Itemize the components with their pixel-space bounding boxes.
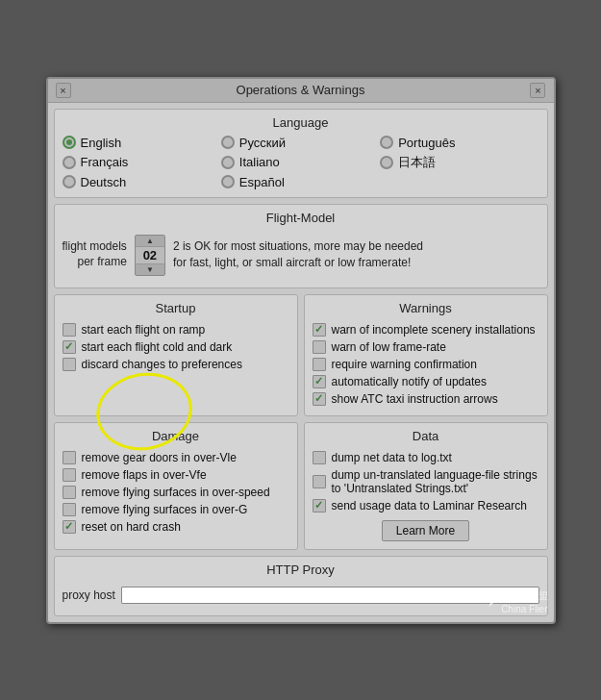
damage-item-4[interactable]: reset on hard crash (63, 518, 289, 536)
language-option-spanish[interactable]: Español (221, 175, 380, 189)
warnings-item-3[interactable]: automatically notify of updates (313, 373, 539, 390)
flight-model-spinner[interactable]: ▲ 02 ▼ (135, 235, 165, 276)
damage-checkbox-4[interactable] (63, 520, 76, 534)
damage-title: Damage (63, 429, 289, 443)
startup-title: Startup (63, 301, 289, 315)
http-proxy-section: HTTP Proxy proxy host (54, 556, 548, 616)
warnings-item-2[interactable]: require warning confirmation (313, 356, 539, 373)
warnings-label-2: require warning confirmation (332, 358, 477, 371)
language-option-english[interactable]: English (63, 136, 221, 150)
data-checkbox-1[interactable] (313, 475, 326, 488)
close-button-left[interactable]: × (56, 83, 71, 98)
radio-russian[interactable] (221, 136, 235, 149)
language-label-portuguese: Português (398, 136, 455, 150)
startup-label-0: start each flight on ramp (82, 323, 206, 337)
warnings-item-1[interactable]: warn of low frame-rate (313, 338, 539, 356)
warnings-label-3: automatically notify of updates (332, 375, 487, 388)
radio-french[interactable] (63, 156, 76, 169)
startup-label-2: discard changes to preferences (82, 358, 242, 371)
flight-model-title: Flight-Model (63, 211, 539, 225)
flight-model-row: flight models per frame ▲ 02 ▼ 2 is OK f… (63, 231, 539, 280)
warnings-label-4: show ATC taxi instruction arrows (332, 392, 498, 406)
radio-spanish[interactable] (221, 175, 235, 188)
damage-label-3: remove flying surfaces in over-G (82, 503, 248, 516)
damage-item-2[interactable]: remove flying surfaces in over-speed (63, 484, 289, 501)
damage-item-0[interactable]: remove gear doors in over-Vle (63, 449, 289, 466)
language-label-english: English (81, 136, 122, 150)
proxy-row: proxy host (63, 583, 539, 608)
damage-label-2: remove flying surfaces in over-speed (82, 486, 270, 499)
spinner-down-button[interactable]: ▼ (136, 263, 164, 275)
flight-model-label: flight models per frame (63, 239, 127, 269)
warnings-checkbox-1[interactable] (313, 340, 326, 354)
warnings-item-4[interactable]: show ATC taxi instruction arrows (313, 390, 539, 408)
language-label-japanese: 日本語 (398, 154, 436, 171)
warnings-label-0: warn of incomplete scenery installations (332, 323, 536, 337)
language-option-german[interactable]: Deutsch (63, 175, 221, 189)
warnings-checkbox-3[interactable] (313, 375, 326, 388)
language-label-french: Français (81, 155, 129, 169)
warnings-checkbox-2[interactable] (313, 358, 326, 371)
radio-german[interactable] (63, 175, 76, 188)
learn-more-button[interactable]: Learn More (382, 520, 469, 541)
language-option-french[interactable]: Français (63, 154, 221, 171)
startup-checkbox-2[interactable] (63, 358, 76, 371)
plane-icon: ✈ (485, 591, 497, 612)
radio-japanese[interactable] (380, 156, 393, 169)
language-title: Language (63, 115, 539, 130)
radio-english[interactable] (63, 136, 76, 149)
warnings-title: Warnings (313, 301, 539, 315)
damage-checkbox-0[interactable] (63, 451, 76, 464)
language-label-italian: Italiano (239, 155, 280, 169)
data-label-2: send usage data to Laminar Research (332, 499, 527, 512)
watermark: ✈ 飞行联盟China Flier (485, 589, 547, 616)
data-item-0[interactable]: dump net data to log.txt (313, 449, 539, 466)
warnings-section: Warnings warn of incomplete scenery inst… (304, 294, 548, 416)
language-option-japanese[interactable]: 日本語 (380, 154, 538, 171)
startup-checkbox-1[interactable] (63, 340, 76, 354)
damage-label-1: remove flaps in over-Vfe (82, 468, 207, 482)
proxy-label: proxy host (63, 588, 115, 602)
close-button-right[interactable]: × (530, 83, 545, 98)
damage-data-row: Damage remove gear doors in over-Vle rem… (54, 422, 548, 550)
damage-checkbox-1[interactable] (63, 468, 76, 482)
damage-checkbox-3[interactable] (63, 503, 76, 516)
startup-section: Startup start each flight on ramp start … (54, 294, 298, 416)
data-checkbox-0[interactable] (313, 451, 326, 464)
startup-item-1[interactable]: start each flight cold and dark (63, 338, 289, 356)
data-item-1[interactable]: dump un-translated language-file strings… (313, 466, 539, 497)
startup-checkbox-0[interactable] (63, 323, 76, 337)
damage-section: Damage remove gear doors in over-Vle rem… (54, 422, 298, 550)
damage-item-3[interactable]: remove flying surfaces in over-G (63, 501, 289, 518)
damage-item-1[interactable]: remove flaps in over-Vfe (63, 466, 289, 484)
warnings-checkbox-0[interactable] (313, 323, 326, 337)
damage-label-0: remove gear doors in over-Vle (82, 451, 237, 464)
data-label-1: dump un-translated language-file strings… (332, 468, 539, 495)
spinner-value: 02 (139, 247, 161, 263)
data-section: Data dump net data to log.txt dump un-tr… (304, 422, 548, 550)
language-section: Language English Русский Português (54, 109, 548, 198)
proxy-host-input[interactable] (121, 587, 539, 604)
language-label-russian: Русский (239, 136, 286, 150)
language-option-italian[interactable]: Italiano (221, 154, 380, 171)
warnings-checkbox-4[interactable] (313, 392, 326, 406)
data-item-2[interactable]: send usage data to Laminar Research (313, 497, 539, 514)
startup-warnings-row: Startup start each flight on ramp start … (54, 294, 548, 416)
http-proxy-title: HTTP Proxy (63, 562, 539, 577)
radio-portuguese[interactable] (380, 136, 393, 149)
data-label-0: dump net data to log.txt (332, 451, 452, 464)
radio-italian[interactable] (221, 156, 235, 169)
warnings-item-0[interactable]: warn of incomplete scenery installations (313, 321, 539, 338)
data-title: Data (313, 429, 539, 443)
startup-item-0[interactable]: start each flight on ramp (63, 321, 289, 338)
spinner-up-button[interactable]: ▲ (136, 236, 164, 247)
data-checkbox-2[interactable] (313, 499, 326, 512)
startup-item-2[interactable]: discard changes to preferences (63, 356, 289, 373)
title-bar: × Operations & Warnings × (48, 79, 554, 103)
damage-checkbox-2[interactable] (63, 486, 76, 499)
language-option-russian[interactable]: Русский (221, 136, 380, 150)
language-option-portuguese[interactable]: Português (380, 136, 538, 150)
warnings-label-1: warn of low frame-rate (332, 340, 446, 354)
flight-model-section: Flight-Model flight models per frame ▲ 0… (54, 204, 548, 288)
language-label-german: Deutsch (81, 175, 127, 189)
